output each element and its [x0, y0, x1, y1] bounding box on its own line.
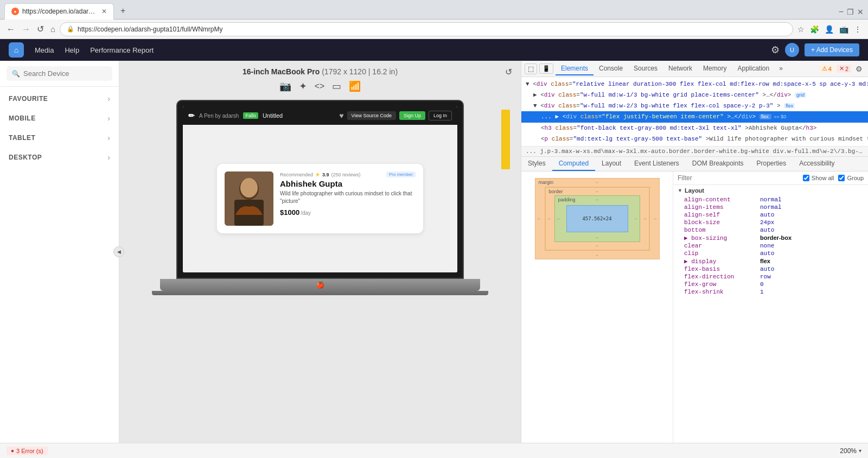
sidebar-toggle[interactable]: ◀	[113, 246, 124, 257]
user-avatar[interactable]: U	[785, 43, 799, 57]
sidebar-search: 🔍	[0, 61, 119, 87]
codepen-logo-icon: ✏	[188, 111, 195, 120]
device-header: 16-inch MacBook Pro (1792 x 1120 | 16.2 …	[128, 67, 512, 76]
search-box[interactable]: 🔍	[7, 66, 112, 81]
mobile-view-button[interactable]: 📱	[539, 63, 553, 74]
refresh-button[interactable]: ↺	[35, 23, 46, 35]
prop-name-expandable[interactable]: ▶ box-sizing	[684, 234, 760, 241]
sidebar-item-tablet[interactable]: TABLET ›	[0, 128, 119, 148]
prop-value: none	[760, 243, 774, 249]
zoom-chevron-icon[interactable]: ▾	[859, 448, 861, 454]
menu-button[interactable]: ⋮	[852, 24, 864, 35]
computed-tab-properties[interactable]: Properties	[750, 157, 793, 171]
prop-value: normal	[760, 204, 782, 211]
layout-section-header[interactable]: ▼ Layout	[673, 185, 868, 196]
computed-tab-layout[interactable]: Layout	[595, 157, 628, 171]
nav-help[interactable]: Help	[65, 46, 79, 54]
computed-tab-styles[interactable]: Styles	[521, 157, 552, 171]
devtools-toolbar: ⬚ 📱 Elements Console Sources Network Mem…	[521, 61, 868, 77]
forward-button[interactable]: →	[20, 23, 33, 35]
padding-right-dash: −	[634, 216, 637, 221]
sidebar-item-desktop[interactable]: DESKTOP ›	[0, 148, 119, 167]
sidebar-item-favourite[interactable]: FAVOURITE ›	[0, 89, 119, 109]
styles-button[interactable]: ✦	[299, 80, 307, 92]
tab-elements[interactable]: Elements	[556, 62, 593, 75]
profile-button[interactable]: 👤	[822, 24, 836, 35]
nav-performance[interactable]: Performance Report	[90, 46, 154, 54]
macbook-screen-inner: ✏ A Pen by adarsh Fallo Untitled ♥ View …	[183, 106, 457, 272]
bookmark-button[interactable]: ☆	[795, 24, 807, 35]
computed-tab-accessibility[interactable]: Accessibility	[793, 157, 841, 171]
search-input[interactable]	[23, 69, 107, 78]
device-refresh-button[interactable]: ↺	[505, 67, 512, 77]
close-icon[interactable]: ✕	[857, 8, 864, 16]
code-button[interactable]: <>	[315, 81, 325, 91]
view-source-button[interactable]: View Source Code	[347, 111, 396, 120]
address-text: https://codepen.io/adarsh-gupta101/full/…	[78, 26, 786, 33]
codepen-pen-by: A Pen by adarsh	[199, 113, 239, 119]
home-button[interactable]: ⌂	[48, 23, 58, 35]
add-devices-button[interactable]: + Add Devices	[805, 43, 859, 56]
prop-name-expandable-display[interactable]: ▶ display	[684, 258, 760, 265]
filter-input[interactable]	[678, 174, 799, 182]
css-prop-align-self: align-self auto	[673, 211, 868, 219]
zoom-control: 200% ▾	[840, 447, 861, 455]
cast-button[interactable]: 📺	[837, 24, 851, 35]
mobile-chevron: ›	[107, 114, 110, 123]
pro-badge: Pro member	[386, 171, 416, 177]
prop-value-bold-display: flex	[760, 258, 770, 265]
tab-sources[interactable]: Sources	[628, 62, 663, 75]
tablet-label: TABLET	[9, 134, 35, 142]
extensions-button[interactable]: 🧩	[808, 24, 821, 35]
search-icon: 🔍	[12, 70, 20, 78]
window-controls: − ❐ ✕	[839, 7, 864, 19]
tab-console[interactable]: Console	[593, 62, 628, 75]
warning-icon: ⚠	[822, 65, 827, 72]
new-tab-button[interactable]: +	[116, 4, 130, 18]
codepen-content: Recommended ★ 3.9 (250 reviews) Pro memb…	[183, 125, 457, 272]
signup-button[interactable]: Sign Up	[399, 111, 425, 120]
macbook-base: 🍎	[160, 279, 480, 291]
prop-name: clip	[684, 250, 760, 257]
computed-tab-dom-breakpoints[interactable]: DOM Breakpoints	[686, 157, 750, 171]
tree-line-3[interactable]: ▼ <div class="w-full md:w-2/3 bg-white f…	[521, 100, 868, 111]
tab-memory[interactable]: Memory	[698, 62, 732, 75]
login-button[interactable]: Log In	[429, 111, 452, 120]
tree-line-4-selected[interactable]: ... ▶ <div class="flex justify-between i…	[521, 111, 868, 122]
tab-close-icon[interactable]: ✕	[101, 8, 107, 15]
sidebar-nav: FAVOURITE › MOBILE › TABLET › DESKTOP ›	[0, 87, 119, 443]
browser-tab[interactable]: ● https://codepen.io/adarsh-gupta ✕	[4, 3, 114, 20]
nav-media[interactable]: Media	[35, 46, 54, 54]
tree-line-1[interactable]: ▼ <div class="relative linear duration-3…	[521, 79, 868, 90]
show-all-checkbox[interactable]	[803, 175, 809, 181]
tab-application[interactable]: Application	[732, 62, 775, 75]
sidebar-item-mobile[interactable]: MOBILE ›	[0, 109, 119, 128]
address-bar[interactable]: 🔒 https://codepen.io/adarsh-gupta101/ful…	[60, 22, 793, 36]
tab-network[interactable]: Network	[663, 62, 698, 75]
devtools-panel: ⬚ 📱 Elements Console Sources Network Mem…	[521, 61, 868, 443]
profile-top-row: Recommended ★ 3.9 (250 reviews) Pro memb…	[280, 171, 416, 177]
inspect-element-button[interactable]: ⬚	[525, 63, 537, 74]
camera-button[interactable]: 📷	[279, 80, 291, 92]
profile-desc: Wild life photographer with curious mind…	[280, 190, 416, 205]
codepen-heart-icon[interactable]: ♥	[339, 111, 343, 120]
settings-icon[interactable]: ⚙	[771, 44, 780, 56]
css-prop-clip: clip auto	[673, 250, 868, 257]
device-controls: 📷 ✦ <> ▭ 📶	[279, 80, 361, 92]
computed-tab-computed[interactable]: Computed	[552, 157, 595, 171]
prop-name: flex-shrink	[684, 289, 760, 295]
group-checkbox[interactable]	[838, 175, 845, 181]
css-prop-align-content: align-content normal	[673, 196, 868, 203]
tree-line-5[interactable]: <h3 class="font-black text-gray-800 md:t…	[521, 123, 868, 133]
tree-line-2[interactable]: ▶ <div class="w-full md:w-1/3 bg-white g…	[521, 90, 868, 100]
devtools-more-button[interactable]: »	[775, 62, 787, 75]
tree-line-6[interactable]: <p class="md:text-lg text-gray-500 text-…	[521, 133, 868, 144]
screen-button[interactable]: ▭	[332, 80, 341, 92]
prop-name: flex-grow	[684, 281, 760, 288]
computed-tab-event-listeners[interactable]: Event Listeners	[628, 157, 686, 171]
macbook-wrapper: ✏ A Pen by adarsh Fallo Untitled ♥ View …	[152, 100, 488, 295]
back-button[interactable]: ←	[4, 23, 17, 35]
devtools-settings-icon[interactable]: ⚙	[853, 65, 865, 73]
error-status-badge[interactable]: ● 3 Error (s)	[7, 447, 48, 455]
wifi-button[interactable]: 📶	[349, 80, 361, 92]
